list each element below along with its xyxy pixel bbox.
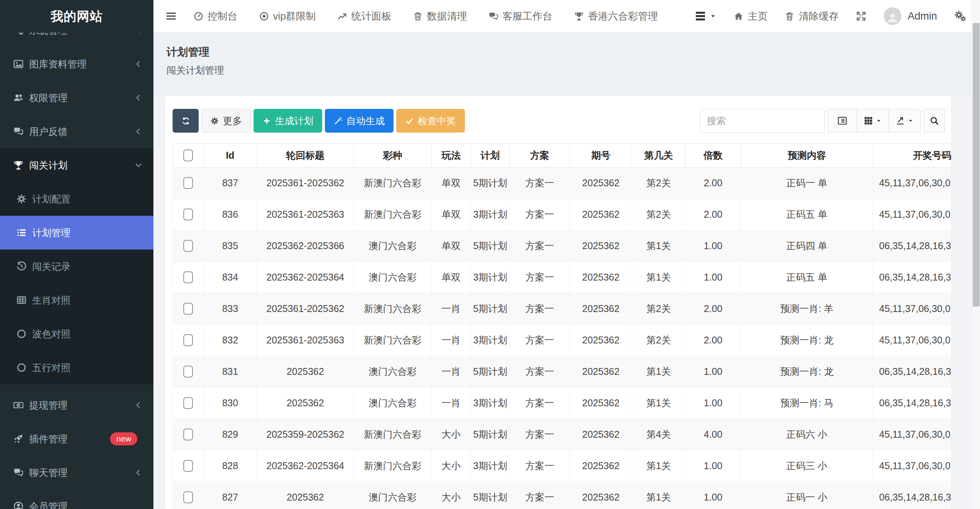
row-checkbox[interactable] xyxy=(183,366,193,378)
nav-vip-limit[interactable]: vip群限制 xyxy=(259,10,316,23)
generate-plan-button[interactable]: 生成计划 xyxy=(254,109,322,133)
sidebar-item-bose-compare[interactable]: 波色对照 xyxy=(0,317,153,351)
detail-view-button[interactable] xyxy=(828,109,857,133)
row-checkbox[interactable] xyxy=(183,491,193,503)
sidebar-item-auth[interactable]: 权限管理 xyxy=(0,81,153,115)
nav-home[interactable]: 主页 xyxy=(733,10,768,23)
table-row: 8282025362-2025364新澳门六合彩大小3期计划方案一2025362… xyxy=(173,450,952,482)
table-row: 8322025361-2025363新澳门六合彩一肖3期计划方案一2025362… xyxy=(173,325,952,356)
row-checkbox[interactable] xyxy=(183,429,193,440)
cell-level: 第1关 xyxy=(632,262,685,293)
sidebar-item-plugin[interactable]: 插件管理new xyxy=(0,422,153,456)
cell-issue: 2025362 xyxy=(570,482,632,509)
cell-plan: 5期计划 xyxy=(471,167,510,199)
cell-level: 第4关 xyxy=(632,419,685,450)
select-all-checkbox[interactable] xyxy=(183,149,193,161)
check-win-button[interactable]: 检查中奖 xyxy=(396,109,465,133)
cell-title: 2025361-2025362 xyxy=(257,293,354,325)
nav-hk-lottery[interactable]: 香港六合彩管理 xyxy=(574,10,658,23)
sidebar-item-label: 图库资料管理 xyxy=(29,58,87,71)
cell-lottery: 澳门六合彩 xyxy=(354,356,432,387)
top-navbar: 控制台vip群限制统计面板数据清理客服工作台香港六合彩管理 主页 清除缓存 Ad… xyxy=(153,0,972,33)
cell-prediction: 预测一肖: 马 xyxy=(741,387,873,419)
cell-plan: 5期计划 xyxy=(471,293,510,325)
auto-generate-button[interactable]: 自动生成 xyxy=(325,109,394,133)
sidebar-item-gallery[interactable]: 图库资料管理 xyxy=(0,47,153,81)
chevron-left-icon xyxy=(134,127,143,136)
new-badge: new xyxy=(110,432,137,445)
row-checkbox[interactable] xyxy=(183,177,193,189)
row-checkbox[interactable] xyxy=(183,240,193,252)
table-row: 8352025362-2025366澳门六合彩单双5期计划方案一2025362第… xyxy=(173,230,952,262)
cell-play: 一肖 xyxy=(432,325,471,356)
row-checkbox[interactable] xyxy=(183,271,193,283)
row-select-cell xyxy=(173,262,204,293)
cell-plan: 5期计划 xyxy=(471,482,510,509)
row-checkbox[interactable] xyxy=(183,334,193,346)
table-row: 8292025359-2025362新澳门六合彩大小5期计划方案一2025362… xyxy=(173,419,952,450)
scrollbar-thumb[interactable] xyxy=(973,23,980,307)
nav-data-clean[interactable]: 数据清理 xyxy=(413,10,467,23)
more-button[interactable]: 更多 xyxy=(201,109,251,133)
navbar-menu: 控制台vip群限制统计面板数据清理客服工作台香港六合彩管理 xyxy=(193,10,658,23)
cell-issue: 2025362 xyxy=(570,356,632,387)
columns-dropdown-button[interactable] xyxy=(856,109,889,133)
plus-icon xyxy=(262,117,271,125)
page-scrollbar[interactable] xyxy=(972,0,980,509)
sidebar-item-chat[interactable]: 聊天管理 xyxy=(0,456,153,489)
refresh-button[interactable] xyxy=(173,109,199,133)
cell-level: 第1关 xyxy=(632,450,685,482)
sidebar-item-zodiac-compare[interactable]: 生肖对照 xyxy=(0,283,153,317)
sidebar-item-label: 聊天管理 xyxy=(29,466,68,479)
sidebar-item-label: 闯关计划 xyxy=(29,159,68,172)
row-checkbox[interactable] xyxy=(183,397,193,409)
nav-service-desk[interactable]: 客服工作台 xyxy=(488,10,552,23)
column-header-numbers: 开奖号码 xyxy=(873,144,952,167)
search-button[interactable] xyxy=(924,109,945,133)
sidebar-item-label: 用户反馈 xyxy=(29,125,68,138)
sidebar-item-challenge-record[interactable]: 闯关记录 xyxy=(0,250,153,283)
sidebar-item-plan-manage[interactable]: 计划管理 xyxy=(0,216,153,250)
nav-stats-panel[interactable]: 统计面板 xyxy=(337,10,391,23)
cell-lottery: 新澳门六合彩 xyxy=(354,293,432,325)
cell-scheme: 方案一 xyxy=(510,482,570,509)
sidebar-item-plan-config[interactable]: 计划配置 xyxy=(0,182,153,216)
gear-icon xyxy=(15,194,28,204)
search-input[interactable] xyxy=(700,109,825,133)
export-icon xyxy=(895,116,905,126)
cell-issue: 2025362 xyxy=(570,230,632,262)
cell-title: 2025361-2025362 xyxy=(257,167,354,199)
sidebar-item-wuxing-compare[interactable]: 五行对照 xyxy=(0,351,153,384)
row-checkbox[interactable] xyxy=(183,303,193,315)
sidebar-menu-bottom: 提现管理插件管理new聊天管理会员管理 xyxy=(0,388,153,509)
row-checkbox[interactable] xyxy=(183,460,193,472)
nav-clear-cache[interactable]: 清除缓存 xyxy=(784,10,838,23)
dot-circle-icon xyxy=(259,11,269,21)
cell-id: 835 xyxy=(204,230,257,262)
nav-item-label: 客服工作台 xyxy=(502,10,552,23)
user-menu[interactable]: Admin xyxy=(884,7,937,25)
sidebar-item-challenge-plan[interactable]: 闯关计划 xyxy=(0,148,153,182)
sidebar-item-feedback[interactable]: 用户反馈 xyxy=(0,115,153,148)
hamburger-icon[interactable] xyxy=(165,10,177,22)
cell-play: 大小 xyxy=(432,450,471,482)
rocket-icon xyxy=(12,433,25,444)
cell-title: 2025362 xyxy=(257,482,354,509)
export-dropdown-button[interactable] xyxy=(888,109,921,133)
cell-level: 第1关 xyxy=(632,387,685,419)
sidebar-item-label: 五行对照 xyxy=(32,361,71,374)
cell-multiple: 1.00 xyxy=(685,450,741,482)
table-body: 8372025361-2025362新澳门六合彩单双5期计划方案一2025362… xyxy=(173,167,952,509)
settings-gears-icon[interactable] xyxy=(954,10,966,22)
search-icon xyxy=(929,116,939,126)
sidebar-item-withdraw[interactable]: 提现管理 xyxy=(0,388,153,422)
nav-console[interactable]: 控制台 xyxy=(193,10,237,23)
sidebar-item-label: 计划配置 xyxy=(32,193,71,205)
row-select-cell xyxy=(173,167,204,199)
comments-icon xyxy=(12,467,25,478)
row-checkbox[interactable] xyxy=(183,209,193,220)
nav-menu-dropdown[interactable] xyxy=(693,10,716,22)
sidebar-item-member[interactable]: 会员管理 xyxy=(0,489,153,509)
fullscreen-button[interactable] xyxy=(855,10,867,22)
cell-issue: 2025362 xyxy=(570,450,632,482)
